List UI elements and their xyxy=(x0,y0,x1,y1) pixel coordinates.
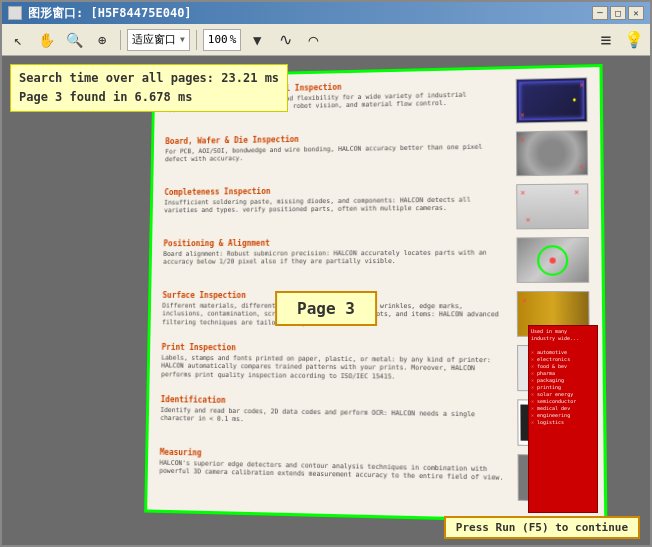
status-bar-text: Press Run (F5) to continue xyxy=(456,521,628,534)
section-identification: Identification Identify and read bar cod… xyxy=(160,395,591,447)
bulb-button[interactable]: 💡 xyxy=(622,28,646,52)
info-overlay: Search time over all pages: 23.21 ms Pag… xyxy=(10,64,288,112)
status-bar: Press Run (F5) to continue xyxy=(444,516,640,539)
section-7-text: Identification Identify and read bar cod… xyxy=(160,395,509,445)
section-8-body: HALCON's superior edge detectors and con… xyxy=(159,459,509,483)
section-4-text: Positioning & Alignment Board alignment:… xyxy=(163,237,509,283)
section-3-image: ✕ ✕ ✕ xyxy=(516,183,588,229)
minimize-button[interactable]: ─ xyxy=(592,6,608,20)
info-line1: Search time over all pages: 23.21 ms xyxy=(19,69,279,88)
section-print: Print Inspection Labels, stamps and font… xyxy=(161,343,590,392)
alignment-image xyxy=(518,238,589,282)
red-panel-text: Used in many industry wide... ✕ automoti… xyxy=(529,326,597,428)
section-4-image xyxy=(516,237,589,283)
section-6-body: Labels, stamps and fonts printed on pape… xyxy=(161,354,509,382)
window-title: 图形窗口: [H5F84475E040] xyxy=(28,5,192,22)
zoom-value-display: 100 % xyxy=(203,29,242,51)
main-window: 图形窗口: [H5F84475E040] ─ □ ✕ ↖ ✋ 🔍 ⊕ 适应窗口 … xyxy=(0,0,652,547)
section-1-image: ✕ ✕ ◆ xyxy=(516,77,588,123)
section-measuring: Measuring HALCON's superior edge detecto… xyxy=(159,448,591,503)
section-positioning: Positioning & Alignment Board alignment:… xyxy=(163,237,589,283)
title-bar-left: 图形窗口: [H5F84475E040] xyxy=(8,5,192,22)
wafer-image: ✕ ✕ xyxy=(517,131,587,175)
info-line2: Page 3 found in 6.678 ms xyxy=(19,88,279,107)
section-7-body: Identify and read bar codes, 2D data cod… xyxy=(160,406,509,428)
fit-window-arrow: ▼ xyxy=(180,35,185,44)
layers-button[interactable]: ≡ xyxy=(594,28,618,52)
pointer-tool-button[interactable]: ↖ xyxy=(6,28,30,52)
page-label-text: Page 3 xyxy=(297,299,355,318)
page-label: Page 3 xyxy=(275,291,377,326)
maximize-button[interactable]: □ xyxy=(610,6,626,20)
section-6-text: Print Inspection Labels, stamps and font… xyxy=(161,343,509,391)
toolbar-separator-2 xyxy=(196,30,197,50)
section-3-body: Insufficient soldering paste, missing di… xyxy=(164,195,508,215)
circuit-image: ✕ ✕ ◆ xyxy=(517,78,587,122)
window-icon xyxy=(8,6,22,20)
fit-window-dropdown[interactable]: 适应窗口 ▼ xyxy=(127,29,190,51)
title-bar: 图形窗口: [H5F84475E040] ─ □ ✕ xyxy=(2,2,650,24)
curve-tool-button[interactable]: ∿ xyxy=(273,28,297,52)
red-panel: Used in many industry wide... ✕ automoti… xyxy=(528,325,598,513)
close-button[interactable]: ✕ xyxy=(628,6,644,20)
toolbar-separator-1 xyxy=(120,30,121,50)
zoom-in-button[interactable]: ⊕ xyxy=(90,28,114,52)
section-completeness: Completeness Inspection Insufficient sol… xyxy=(164,183,589,231)
zoom-dropdown-button[interactable]: ▼ xyxy=(245,28,269,52)
toolbar: ↖ ✋ 🔍 ⊕ 适应窗口 ▼ 100 % ▼ ∿ ⌒ ≡ 💡 xyxy=(2,24,650,56)
section-board-wafer: Board, Wafer & Die Inspection For PCB, A… xyxy=(165,130,588,180)
zoom-unit: % xyxy=(230,33,237,46)
zoom-value: 100 xyxy=(208,33,228,46)
title-bar-buttons: ─ □ ✕ xyxy=(592,6,644,20)
section-2-image: ✕ ✕ xyxy=(516,130,588,176)
section-6-title: Print Inspection xyxy=(162,343,509,354)
parts-image: ✕ ✕ ✕ xyxy=(517,184,587,228)
section-8-text: Measuring HALCON's superior edge detecto… xyxy=(159,448,509,501)
hand-tool-button[interactable]: ✋ xyxy=(34,28,58,52)
section-2-body: For PCB, AOI/SOI, bondwedge and wire bon… xyxy=(165,142,508,164)
section-3-text: Completeness Inspection Insufficient sol… xyxy=(164,184,509,231)
main-content: Search time over all pages: 23.21 ms Pag… xyxy=(2,56,650,545)
section-4-body: Board alignment: Robust submicron precis… xyxy=(163,249,508,267)
section-4-title: Positioning & Alignment xyxy=(163,237,508,248)
toolbar-right: ≡ 💡 xyxy=(594,28,646,52)
zoom-tool-button[interactable]: 🔍 xyxy=(62,28,86,52)
curve-tool-2-button[interactable]: ⌒ xyxy=(301,28,325,52)
section-2-text: Board, Wafer & Die Inspection For PCB, A… xyxy=(165,132,508,181)
fit-window-label: 适应窗口 xyxy=(132,32,176,47)
